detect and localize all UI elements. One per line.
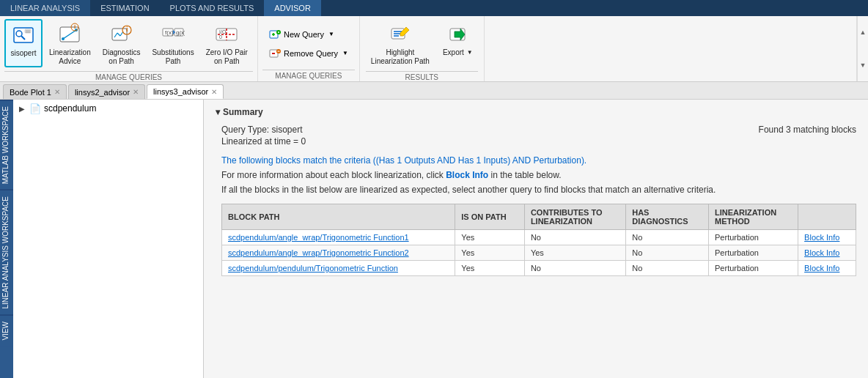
tab-linsys2-advisor[interactable]: linsys2_advisor ✕: [68, 84, 145, 99]
summary-label: Summary: [223, 107, 263, 117]
tree-arrow: ▶: [19, 105, 26, 113]
found-label: Found 3 matching blocks: [759, 125, 856, 135]
remove-query-dropdown-arrow: ▼: [342, 50, 348, 56]
substitutions-label: SubstitutionsPath: [152, 48, 194, 66]
tree-item-scdpendulum[interactable]: ▶ 📄 scdpendulum: [13, 100, 203, 117]
block-info-link-1[interactable]: Block Info: [804, 248, 839, 257]
svg-text:0: 0: [219, 34, 222, 40]
criteria-text: The following blocks match the criteria …: [221, 155, 856, 166]
linearized-label: Linearized at time = 0: [221, 136, 856, 147]
tab-advisor[interactable]: ADVISOR: [264, 0, 321, 16]
block-info-link-2[interactable]: Block Info: [804, 264, 839, 273]
linearization-advice-icon: i: [58, 23, 81, 46]
cell-has-diagnostics: No: [626, 230, 709, 245]
svg-text:i: i: [126, 26, 128, 33]
tab-linsys3-advisor-close[interactable]: ✕: [211, 88, 217, 96]
main-area: MATLAB WORKSPACE LINEAR ANALYSIS WORKSPA…: [0, 100, 868, 378]
manage-queries-group: New Query ▼ Remove Query ▼ MANAGE QUERIE…: [258, 16, 360, 81]
new-query-button[interactable]: New Query ▼: [262, 26, 355, 43]
sisopert-label: sisopert: [10, 49, 36, 58]
tree-icon-scdpendulum: 📄: [29, 103, 41, 114]
col-block-info: [798, 204, 856, 230]
queries-group-label: MANAGE QUERIES: [4, 71, 253, 81]
new-query-icon: [269, 29, 281, 40]
new-query-label: New Query: [284, 30, 324, 39]
view-label[interactable]: VIEW: [0, 315, 13, 346]
remove-query-label: Remove Query: [284, 49, 338, 58]
diagnostics-on-path-button[interactable]: i Diagnosticson Path: [98, 19, 146, 70]
alt-text: If all the blocks in the list below are …: [221, 185, 856, 195]
summary-header[interactable]: ▾ Summary: [216, 107, 856, 117]
cell-is-on-path: Yes: [455, 261, 525, 276]
remove-query-icon: [269, 48, 281, 59]
table-row: scdpendulum/angle_wrap/Trigonometric Fun…: [222, 245, 856, 261]
tab-bode-plot-1[interactable]: Bode Plot 1 ✕: [3, 84, 67, 99]
results-label: RESULTS: [366, 71, 478, 81]
block-info-link-inline[interactable]: Block Info: [446, 170, 488, 180]
block-path-link-2[interactable]: scdpendulum/pendulum/Trigonometric Funct…: [228, 264, 398, 273]
new-query-dropdown-arrow: ▼: [328, 31, 334, 37]
queries-group: sisopert i LinearizationAdvice: [0, 16, 258, 81]
ribbon: sisopert i LinearizationAdvice: [0, 16, 868, 82]
tab-linsys3-advisor-label: linsys3_advisor: [153, 87, 208, 96]
export-button[interactable]: Export ▼: [438, 19, 478, 67]
export-dropdown-arrow: ▼: [467, 49, 473, 56]
cell-linearization-method: Perturbation: [709, 261, 798, 276]
export-label: Export ▼: [443, 48, 473, 57]
linearization-advice-button[interactable]: i LinearizationAdvice: [44, 19, 96, 70]
query-info: Query Type: sisopert Found 3 matching bl…: [221, 125, 856, 135]
tab-estimation[interactable]: ESTIMATION: [90, 0, 159, 16]
tab-bode-plot-1-close[interactable]: ✕: [54, 88, 60, 96]
remove-query-button[interactable]: Remove Query ▼: [262, 45, 355, 62]
matlab-workspace-label[interactable]: MATLAB WORKSPACE: [0, 100, 13, 190]
results-group: HighlightLinearization Path Export ▼ RES…: [360, 16, 485, 81]
tab-linsys3-advisor[interactable]: linsys3_advisor ✕: [147, 84, 224, 99]
cell-is-on-path: Yes: [455, 230, 525, 245]
content-area: ▾ Summary Query Type: sisopert Found 3 m…: [204, 100, 868, 378]
zero-io-pair-button[interactable]: I/O 0 Zero I/O Pairon Path: [201, 19, 253, 70]
diagnostics-label: Diagnosticson Path: [103, 48, 141, 66]
cell-contributes: Yes: [524, 245, 625, 261]
linear-analysis-workspace-label[interactable]: LINEAR ANALYSIS WORKSPACE: [0, 190, 13, 315]
manage-queries-items: New Query ▼ Remove Query ▼: [262, 19, 355, 68]
tab-linsys2-advisor-label: linsys2_advisor: [75, 88, 130, 97]
cell-contributes: No: [524, 230, 625, 245]
tree-label-scdpendulum: scdpendulum: [44, 103, 96, 114]
tab-linsys2-advisor-close[interactable]: ✕: [133, 88, 139, 96]
block-path-link-1[interactable]: scdpendulum/angle_wrap/Trigonometric Fun…: [228, 248, 409, 257]
cell-is-on-path: Yes: [455, 245, 525, 261]
block-path-link-0[interactable]: scdpendulum/angle_wrap/Trigonometric Fun…: [228, 233, 409, 242]
tab-bar: Bode Plot 1 ✕ linsys2_advisor ✕ linsys3_…: [0, 82, 868, 100]
col-block-path: BLOCK PATH: [222, 204, 455, 230]
query-type-label: Query Type: sisopert: [221, 125, 303, 135]
svg-text:f(x): f(x): [165, 29, 174, 36]
summary-triangle: ▾: [216, 107, 220, 117]
cell-contributes: No: [524, 261, 625, 276]
col-is-on-path: IS ON PATH: [455, 204, 525, 230]
table-row: scdpendulum/angle_wrap/Trigonometric Fun…: [222, 230, 856, 245]
manage-queries-label: MANAGE QUERIES: [262, 70, 355, 80]
zero-io-icon: I/O 0: [215, 23, 238, 46]
tab-bode-plot-1-label: Bode Plot 1: [10, 88, 51, 97]
svg-point-8: [62, 37, 65, 40]
cell-block-path: scdpendulum/pendulum/Trigonometric Funct…: [222, 261, 455, 276]
sisopert-button[interactable]: sisopert: [4, 19, 43, 67]
cell-has-diagnostics: No: [626, 245, 709, 261]
col-linearization-method: LINEARIZATIONMETHOD: [709, 204, 798, 230]
cell-block-info: Block Info: [798, 230, 856, 245]
side-labels: MATLAB WORKSPACE LINEAR ANALYSIS WORKSPA…: [0, 100, 13, 378]
cell-linearization-method: Perturbation: [709, 230, 798, 245]
ribbon-scroll-btn[interactable]: ▲ ▼: [857, 16, 868, 81]
cell-block-path: scdpendulum/angle_wrap/Trigonometric Fun…: [222, 230, 455, 245]
substitutions-on-path-button[interactable]: f(x) g(x) SubstitutionsPath: [147, 19, 199, 70]
substitutions-icon: f(x) g(x): [161, 23, 185, 46]
blocks-table: BLOCK PATH IS ON PATH CONTRIBUTES TOLINE…: [221, 204, 856, 276]
tab-plots-results[interactable]: PLOTS AND RESULTS: [160, 0, 265, 16]
cell-linearization-method: Perturbation: [709, 245, 798, 261]
sisopert-icon: [12, 23, 35, 47]
cell-block-info: Block Info: [798, 245, 856, 261]
export-icon: [446, 23, 469, 46]
highlight-button[interactable]: HighlightLinearization Path: [366, 19, 435, 70]
block-info-link-0[interactable]: Block Info: [804, 233, 839, 242]
tab-linear-analysis[interactable]: LINEAR ANALYSIS: [0, 0, 90, 16]
